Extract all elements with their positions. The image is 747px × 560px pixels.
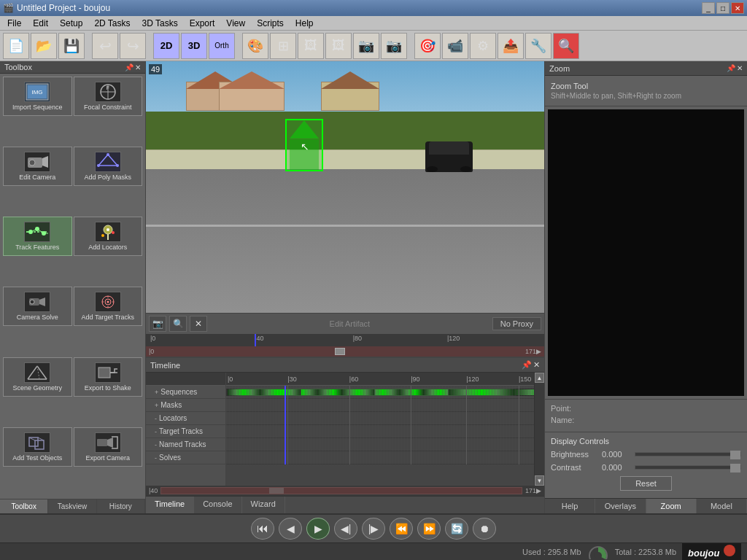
tool-export-to-shake[interactable]: Export to Shake: [74, 357, 143, 397]
grid-btn[interactable]: ⊞: [270, 33, 296, 59]
toolbox-pin-icon[interactable]: 📌: [125, 63, 133, 71]
timeline-scroll-thumb[interactable]: [269, 488, 284, 494]
tool-add-target-tracks[interactable]: Add Target Tracks: [74, 287, 143, 326]
export-btn[interactable]: 📤: [498, 33, 524, 59]
track-label-locators: - Locators: [146, 412, 225, 425]
timeline-scroll-track[interactable]: [160, 487, 522, 494]
right-panel-tabs: Help Overlays Zoom Model: [545, 498, 747, 513]
timeline-playhead[interactable]: [285, 386, 286, 464]
menu-2d-tasks[interactable]: 2D Tasks: [88, 17, 136, 30]
scroll-down-button[interactable]: ▼: [535, 475, 544, 486]
fast-backward-button[interactable]: ⏪: [390, 518, 413, 540]
toolbox-close-icon[interactable]: ✕: [135, 63, 141, 71]
tool-focal-constraint[interactable]: F Focal Constraint: [74, 77, 143, 116]
undo-button[interactable]: ↩: [92, 33, 118, 59]
rewind-to-start-button[interactable]: ⏮: [251, 518, 274, 540]
toolbox-title: Toolbox: [4, 63, 32, 71]
svg-point-22: [112, 231, 115, 234]
tool-scene-geometry[interactable]: Scene Geometry: [3, 357, 72, 397]
right-tab-overlays[interactable]: Overlays: [595, 499, 646, 513]
menu-3d-tasks[interactable]: 3D Tasks: [136, 17, 184, 30]
toolbox-tab-taskview[interactable]: Taskview: [48, 499, 96, 513]
tool-add-locators[interactable]: Add Locators: [74, 217, 143, 256]
new-button[interactable]: 📄: [3, 33, 29, 59]
test-btn[interactable]: 🔧: [525, 33, 551, 59]
vp-btn-zoom[interactable]: 🔍: [169, 316, 187, 332]
save-button[interactable]: 💾: [58, 33, 85, 59]
timeline-tab-timeline[interactable]: Timeline: [146, 497, 194, 513]
toolbox-tab-toolbox[interactable]: Toolbox: [0, 499, 48, 513]
right-tab-model[interactable]: Model: [697, 499, 747, 513]
image4-btn[interactable]: 📷: [381, 33, 407, 59]
right-tab-help[interactable]: Help: [545, 499, 595, 513]
record-button[interactable]: ⏺: [473, 518, 496, 540]
tool-export-camera[interactable]: Export Camera: [74, 427, 143, 467]
maximize-button[interactable]: □: [716, 2, 729, 14]
timeline-pin-icon[interactable]: 📌: [522, 360, 532, 370]
timeline-tab-console[interactable]: Console: [194, 497, 241, 513]
contrast-slider[interactable]: [635, 465, 741, 470]
scroll-up-button[interactable]: ▲: [535, 373, 544, 383]
playhead-marker[interactable]: [255, 334, 256, 347]
tool-add-poly-masks[interactable]: Add Poly Masks: [74, 147, 143, 186]
step-backward-button[interactable]: ◀|: [334, 518, 357, 540]
menu-edit[interactable]: Edit: [27, 17, 54, 30]
timeline-header: Timeline 📌 ✕: [146, 358, 544, 373]
title-bar-controls[interactable]: _ □ ✕: [702, 2, 744, 14]
tool-add-test-objects[interactable]: Add Test Objects: [3, 427, 72, 467]
3d-button[interactable]: 3D: [181, 33, 207, 59]
menu-view[interactable]: View: [220, 17, 251, 30]
redo-button[interactable]: ↪: [120, 33, 146, 59]
zoom-pin-icon[interactable]: 📌: [727, 64, 735, 72]
tool-track-features[interactable]: Track Features: [3, 217, 72, 256]
timeline-tab-wizard[interactable]: Wizard: [242, 497, 285, 513]
close-button[interactable]: ✕: [731, 2, 744, 14]
viewport-timeline-ruler: |0 |40 |80 |120: [146, 333, 544, 346]
menu-export[interactable]: Export: [184, 17, 221, 30]
no-proxy-button[interactable]: No Proxy: [492, 317, 541, 330]
open-button[interactable]: 📂: [31, 33, 57, 59]
tool-export-camera-label: Export Camera: [85, 454, 130, 462]
zoom-panel-title: Zoom: [549, 64, 570, 73]
menu-help[interactable]: Help: [290, 17, 320, 30]
tool-camera-solve[interactable]: Camera Solve: [3, 287, 72, 326]
brightness-slider[interactable]: [635, 452, 741, 456]
zoom-close-icon[interactable]: ✕: [737, 64, 743, 72]
loop-button[interactable]: 🔄: [445, 518, 468, 540]
minimize-button[interactable]: _: [702, 2, 715, 14]
svg-marker-8: [42, 156, 48, 168]
image-btn[interactable]: 🖼: [298, 33, 324, 59]
camera-btn[interactable]: 📹: [442, 33, 468, 59]
toolbox-tab-history[interactable]: History: [97, 499, 145, 513]
viewport[interactable]: ↖ 49: [146, 61, 544, 313]
solve-btn[interactable]: ⚙: [470, 33, 496, 59]
track-btn[interactable]: 🎯: [414, 33, 441, 59]
vp-btn-camera[interactable]: 📷: [149, 316, 166, 332]
step-forward-button[interactable]: |▶: [362, 518, 385, 540]
playhead-thumb[interactable]: [335, 348, 345, 355]
reset-button[interactable]: Reset: [620, 476, 672, 491]
play-forward-button[interactable]: ▶: [306, 518, 330, 540]
tool-import-sequence[interactable]: IMG Import Sequence: [3, 77, 72, 116]
zoom-tool-hint: Shift+Middle to pan, Shift+Right to zoom: [551, 92, 741, 100]
contrast-thumb[interactable]: [730, 464, 740, 472]
color-btn[interactable]: 🎨: [242, 33, 268, 59]
menu-file[interactable]: File: [1, 17, 27, 30]
tool-edit-camera[interactable]: Edit Camera: [3, 147, 72, 186]
orth-button[interactable]: Orth: [209, 33, 235, 59]
svg-point-28: [107, 301, 109, 303]
2d-button[interactable]: 2D: [153, 33, 179, 59]
brightness-thumb[interactable]: [730, 451, 740, 459]
play-backward-button[interactable]: ◀: [279, 518, 302, 540]
vp-btn-delete[interactable]: ✕: [190, 316, 207, 332]
timeline-close-icon[interactable]: ✕: [533, 360, 540, 370]
image3-btn[interactable]: 📷: [353, 33, 379, 59]
image2-btn[interactable]: 🖼: [325, 33, 352, 59]
timeline-scrollbar[interactable]: ▲ ▼: [534, 373, 544, 486]
svg-marker-10: [98, 155, 117, 166]
fast-forward-button[interactable]: ⏩: [417, 518, 441, 540]
right-tab-zoom[interactable]: Zoom: [646, 499, 697, 513]
search-btn[interactable]: 🔍: [553, 33, 579, 59]
menu-setup[interactable]: Setup: [54, 17, 88, 30]
menu-scripts[interactable]: Scripts: [251, 17, 290, 30]
